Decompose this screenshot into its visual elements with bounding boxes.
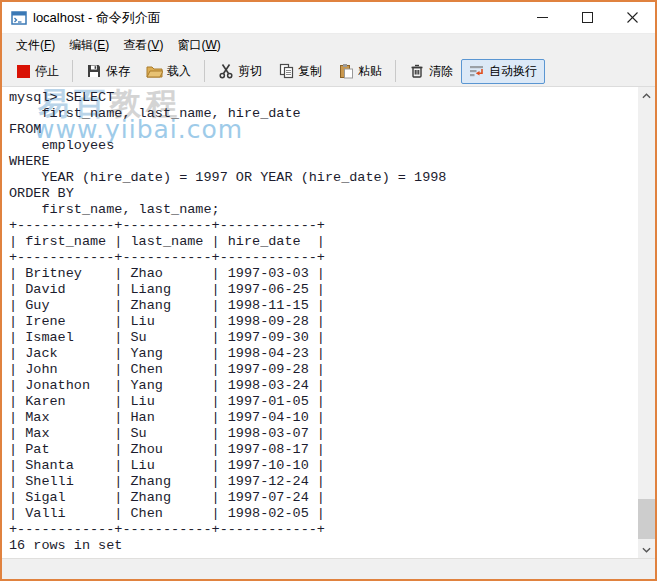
clear-label: 清除 [429,63,453,80]
save-label: 保存 [106,63,130,80]
load-button[interactable]: 载入 [138,59,199,84]
paste-clipboard-icon [338,63,354,79]
close-icon [627,12,638,23]
horizontal-scrollbar[interactable] [2,558,655,579]
titlebar: localhost - 命令列介面 [2,2,655,33]
load-folder-icon [146,63,163,79]
window-title: localhost - 命令列介面 [33,9,161,27]
menu-file[interactable]: 文件(F) [9,34,62,57]
vertical-scrollbar [638,87,655,558]
chevron-up-icon [642,93,651,99]
maximize-icon [582,12,593,23]
toolbar-separator [204,60,205,82]
toolbar: 停止 保存 载入 [2,56,655,87]
maximize-button[interactable] [565,2,610,33]
cut-label: 剪切 [238,63,262,80]
scroll-down-button[interactable] [638,541,655,558]
app-window: localhost - 命令列介面 文件(F) 编辑(E) 查看(V) 窗口(W… [0,0,657,581]
load-label: 载入 [167,63,191,80]
word-wrap-label: 自动换行 [489,63,537,80]
cut-scissors-icon [218,63,234,79]
word-wrap-toggle[interactable]: 自动换行 [461,59,545,84]
terminal[interactable]: 易百教程 www.yiibai.com mysql> SELECT first_… [2,87,638,558]
scrollbar-track[interactable] [638,104,655,541]
cut-button[interactable]: 剪切 [210,59,270,84]
chevron-down-icon [642,547,651,553]
copy-button[interactable]: 复制 [270,59,330,84]
clear-button[interactable]: 清除 [401,59,461,84]
console-app-icon [11,10,27,26]
clear-trash-icon [409,63,425,79]
menu-view[interactable]: 查看(V) [116,34,170,57]
window-controls [520,2,655,33]
menu-window[interactable]: 窗口(W) [170,34,227,57]
menu-edit[interactable]: 编辑(E) [62,34,116,57]
word-wrap-icon [469,63,485,79]
copy-label: 复制 [298,63,322,80]
save-button[interactable]: 保存 [78,59,138,84]
toolbar-separator [72,60,73,82]
close-button[interactable] [610,2,655,33]
minimize-button[interactable] [520,2,565,33]
menubar: 文件(F) 编辑(E) 查看(V) 窗口(W) [2,33,655,56]
paste-button[interactable]: 粘贴 [330,59,390,84]
content-area: 易百教程 www.yiibai.com mysql> SELECT first_… [2,87,655,558]
save-icon [86,63,102,79]
terminal-text: mysql> SELECT first_name, last_name, hir… [2,87,638,554]
copy-icon [278,63,294,79]
scrollbar-thumb[interactable] [638,499,655,539]
stop-icon [16,64,31,79]
scroll-up-button[interactable] [638,87,655,104]
toolbar-separator [395,60,396,82]
stop-button[interactable]: 停止 [8,59,67,84]
stop-label: 停止 [35,63,59,80]
minimize-icon [537,12,548,23]
paste-label: 粘贴 [358,63,382,80]
